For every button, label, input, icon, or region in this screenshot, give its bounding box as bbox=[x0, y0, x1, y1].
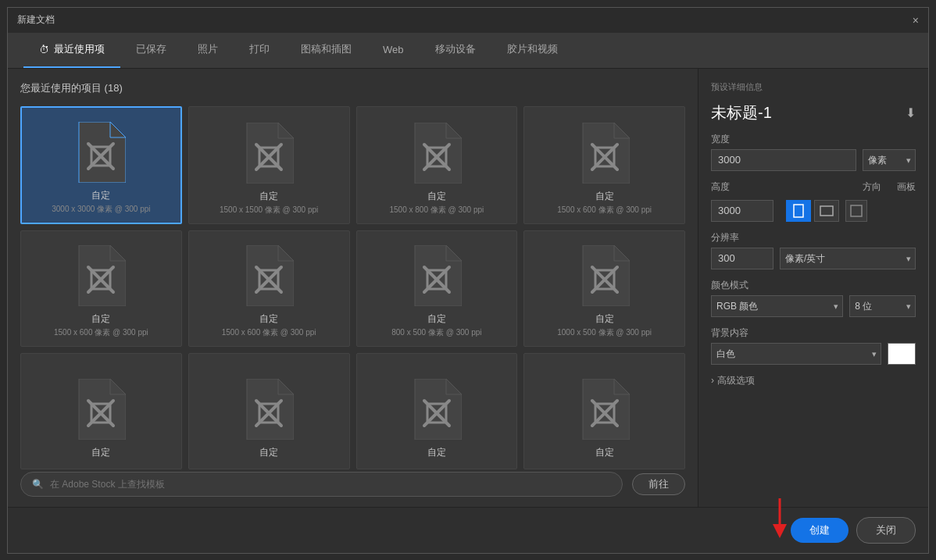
tab-print[interactable]: 打印 bbox=[234, 32, 285, 68]
template-card[interactable]: 自定 bbox=[188, 353, 350, 469]
file-icon bbox=[412, 379, 462, 440]
advanced-toggle[interactable]: › 高级选项 bbox=[711, 374, 916, 387]
svg-rect-38 bbox=[851, 205, 862, 216]
template-card[interactable]: 自定 bbox=[356, 353, 518, 469]
card-label: 自定 bbox=[595, 312, 614, 326]
card-label: 自定 bbox=[91, 189, 110, 202]
bottom-buttons: 创建 关闭 bbox=[8, 507, 928, 553]
dialog-title: 新建文档 bbox=[17, 13, 55, 27]
bg-select[interactable]: 白色 黑色 背景色 透明 bbox=[711, 343, 881, 365]
width-field: 宽度 像素 英寸 厘米 bbox=[711, 133, 916, 171]
tab-film[interactable]: 胶片和视频 bbox=[491, 32, 573, 68]
tab-label-print: 打印 bbox=[249, 42, 270, 56]
file-icon bbox=[580, 245, 630, 306]
bg-content-row: 白色 黑色 背景色 透明 bbox=[711, 343, 916, 365]
height-direction-field: 高度 方向 画板 bbox=[711, 180, 916, 222]
template-card[interactable]: 自定1500 x 600 像素 @ 300 ppi bbox=[523, 106, 685, 224]
width-unit-wrap: 像素 英寸 厘米 bbox=[863, 149, 916, 171]
search-bar: 🔍 前往 bbox=[20, 469, 685, 507]
resolution-input[interactable] bbox=[711, 248, 773, 269]
preset-title-row: 未标题-1 ⬇ bbox=[711, 102, 916, 123]
color-mode-select[interactable]: RGB 颜色 CMYK 颜色 灰度 bbox=[711, 295, 843, 317]
card-label: 自定 bbox=[595, 446, 614, 459]
create-button[interactable]: 创建 bbox=[791, 518, 848, 543]
close-button[interactable]: × bbox=[913, 14, 919, 27]
template-card[interactable]: 自定1500 x 1500 像素 @ 300 ppi bbox=[188, 106, 350, 224]
portrait-button[interactable] bbox=[786, 200, 811, 222]
template-card[interactable]: 自定1500 x 800 像素 @ 300 ppi bbox=[356, 106, 518, 224]
card-sublabel: 1500 x 600 像素 @ 300 ppi bbox=[54, 327, 148, 338]
color-swatch[interactable] bbox=[888, 343, 916, 365]
bit-depth-wrap: 8 位 16 位 32 位 bbox=[849, 295, 916, 317]
template-card[interactable]: 自定1000 x 500 像素 @ 300 ppi bbox=[523, 230, 685, 347]
svg-rect-36 bbox=[794, 205, 803, 217]
card-label: 自定 bbox=[427, 446, 446, 459]
tab-saved[interactable]: 已保存 bbox=[120, 32, 182, 68]
template-card[interactable]: 自定800 x 500 像素 @ 300 ppi bbox=[356, 230, 518, 347]
bit-depth-select[interactable]: 8 位 16 位 32 位 bbox=[849, 295, 916, 317]
canvas-checkbox[interactable] bbox=[845, 200, 867, 222]
resolution-row: 像素/英寸 像素/厘米 bbox=[711, 248, 916, 269]
tab-label-photo: 照片 bbox=[198, 42, 218, 56]
tab-recent[interactable]: ⏱最近使用项 bbox=[23, 32, 120, 68]
card-sublabel: 1500 x 800 像素 @ 300 ppi bbox=[389, 205, 484, 216]
search-input-wrap: 🔍 bbox=[20, 472, 623, 497]
tab-web[interactable]: Web bbox=[367, 32, 420, 68]
titlebar: 新建文档 × bbox=[8, 8, 928, 33]
tab-label-mobile: 移动设备 bbox=[435, 42, 476, 56]
template-grid: 自定3000 x 3000 像素 @ 300 ppi 自定1500 x 1500… bbox=[20, 106, 685, 469]
resolution-unit-wrap: 像素/英寸 像素/厘米 bbox=[780, 248, 916, 269]
landscape-button[interactable] bbox=[814, 200, 839, 222]
new-document-dialog: 新建文档 × ⏱最近使用项已保存照片打印图稿和插图Web移动设备胶片和视频 您最… bbox=[7, 7, 929, 554]
bg-content-field: 背景内容 白色 黑色 背景色 透明 bbox=[711, 326, 916, 365]
color-mode-wrap: RGB 颜色 CMYK 颜色 灰度 bbox=[711, 295, 843, 317]
tab-illustration[interactable]: 图稿和插图 bbox=[285, 32, 367, 68]
tab-photo[interactable]: 照片 bbox=[182, 32, 234, 68]
card-sublabel: 1500 x 600 像素 @ 300 ppi bbox=[557, 205, 652, 216]
file-icon bbox=[412, 123, 462, 184]
tab-label-film: 胶片和视频 bbox=[507, 42, 558, 56]
template-card[interactable]: 自定1500 x 600 像素 @ 300 ppi bbox=[188, 230, 350, 347]
card-label: 自定 bbox=[91, 312, 110, 326]
card-label: 自定 bbox=[427, 190, 446, 203]
file-icon bbox=[76, 379, 126, 440]
goto-button[interactable]: 前往 bbox=[632, 473, 685, 495]
file-icon bbox=[244, 123, 294, 184]
card-sublabel: 1500 x 600 像素 @ 300 ppi bbox=[222, 327, 316, 338]
color-mode-row: RGB 颜色 CMYK 颜色 灰度 8 位 16 位 32 位 bbox=[711, 295, 916, 317]
file-icon bbox=[244, 245, 294, 306]
card-label: 自定 bbox=[427, 312, 446, 326]
height-direction-row: 高度 方向 画板 bbox=[711, 180, 916, 197]
file-icon bbox=[244, 379, 294, 440]
tab-label-illustration: 图稿和插图 bbox=[301, 42, 352, 56]
advanced-label: 高级选项 bbox=[717, 374, 755, 387]
color-mode-field: 颜色模式 RGB 颜色 CMYK 颜色 灰度 8 位 16 位 32 bbox=[711, 279, 916, 317]
height-controls-row bbox=[711, 200, 916, 222]
search-input[interactable] bbox=[50, 479, 611, 490]
card-label: 自定 bbox=[259, 190, 278, 203]
width-input[interactable] bbox=[711, 149, 856, 171]
card-sublabel: 800 x 500 像素 @ 300 ppi bbox=[391, 327, 481, 338]
download-icon[interactable]: ⬇ bbox=[906, 105, 916, 120]
template-card[interactable]: 自定 bbox=[523, 353, 685, 469]
search-icon: 🔍 bbox=[32, 479, 44, 490]
template-card[interactable]: 自定 bbox=[20, 353, 182, 469]
bg-label: 背景内容 bbox=[711, 326, 916, 340]
width-unit-select[interactable]: 像素 英寸 厘米 bbox=[863, 149, 916, 171]
tab-label-recent: 最近使用项 bbox=[54, 42, 105, 56]
chevron-right-icon: › bbox=[711, 375, 714, 386]
tab-mobile[interactable]: 移动设备 bbox=[420, 32, 491, 68]
height-input[interactable] bbox=[711, 200, 773, 222]
template-card[interactable]: 自定1500 x 600 像素 @ 300 ppi bbox=[20, 230, 182, 347]
card-sublabel: 3000 x 3000 像素 @ 300 ppi bbox=[52, 204, 150, 215]
template-card[interactable]: 自定3000 x 3000 像素 @ 300 ppi bbox=[20, 106, 182, 224]
card-sublabel: 1000 x 500 像素 @ 300 ppi bbox=[557, 327, 652, 338]
card-label: 自定 bbox=[595, 190, 614, 203]
bg-select-wrap: 白色 黑色 背景色 透明 bbox=[711, 343, 881, 365]
recent-icon: ⏱ bbox=[39, 44, 49, 55]
file-icon bbox=[76, 245, 126, 306]
close-dialog-button[interactable]: 关闭 bbox=[856, 517, 916, 544]
height-label: 高度 bbox=[711, 180, 730, 194]
width-row: 像素 英寸 厘米 bbox=[711, 149, 916, 171]
resolution-unit-select[interactable]: 像素/英寸 像素/厘米 bbox=[780, 248, 916, 269]
